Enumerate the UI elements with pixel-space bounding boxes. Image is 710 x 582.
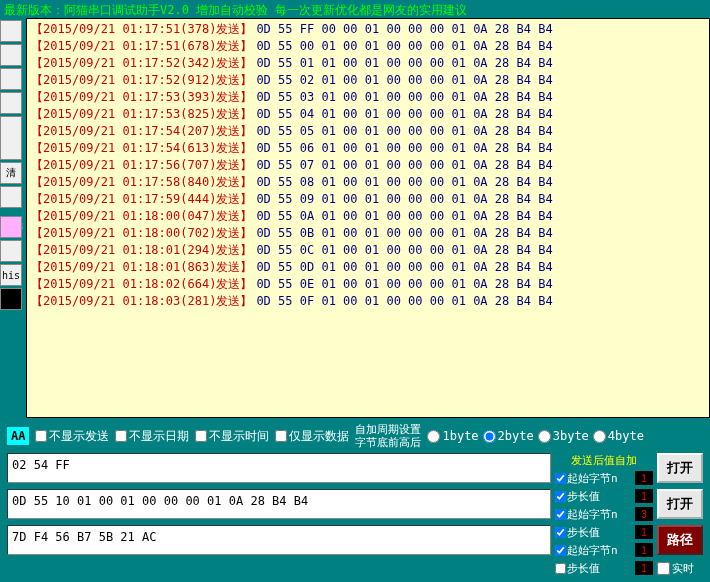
left-button-pink[interactable] (0, 216, 22, 238)
log-line: 【2015/09/21 01:17:51(678)发送】0D 55 00 01 … (31, 38, 705, 55)
log-line: 【2015/09/21 01:17:54(613)发送】0D 55 06 01 … (31, 140, 705, 157)
checkbox-noshow-time[interactable]: 不显示时间 (195, 428, 269, 445)
left-button-5[interactable] (0, 116, 22, 160)
left-toolbar: 清 键字 his (0, 18, 26, 418)
radio-1byte[interactable]: 1byte (427, 429, 478, 443)
log-line: 【2015/09/21 01:17:58(840)发送】0D 55 08 01 … (31, 174, 705, 191)
cb-startbyte-2[interactable] (555, 509, 566, 520)
log-line: 【2015/09/21 01:17:53(393)发送】0D 55 03 01 … (31, 89, 705, 106)
step-val-1[interactable] (635, 489, 653, 503)
send-input-2[interactable] (7, 489, 551, 519)
log-line: 【2015/09/21 01:18:02(664)发送】0D 55 0E 01 … (31, 276, 705, 293)
left-button-6[interactable] (0, 186, 22, 208)
log-line: 【2015/09/21 01:17:53(825)发送】0D 55 04 01 … (31, 106, 705, 123)
period-label: 自加周期设置 字节底前高后 (355, 423, 421, 449)
log-line: 【2015/09/21 01:17:54(207)发送】0D 55 05 01 … (31, 123, 705, 140)
radio-4byte[interactable]: 4byte (593, 429, 644, 443)
send-input-1[interactable] (7, 453, 551, 483)
realtime-checkbox[interactable]: 实时 (657, 561, 703, 576)
open-button-2[interactable]: 打开 (657, 489, 703, 519)
checkbox-noshow-date[interactable]: 不显示日期 (115, 428, 189, 445)
radio-2byte[interactable]: 2byte (483, 429, 534, 443)
step-val-3[interactable] (635, 561, 653, 575)
aa-label: AA (7, 427, 29, 445)
left-button-3[interactable] (0, 68, 22, 90)
log-line: 【2015/09/21 01:17:52(912)发送】0D 55 02 01 … (31, 72, 705, 89)
log-line: 【2015/09/21 01:17:59(444)发送】0D 55 09 01 … (31, 191, 705, 208)
left-button-7[interactable] (0, 240, 22, 262)
log-line: 【2015/09/21 01:18:00(702)发送】0D 55 0B 01 … (31, 225, 705, 242)
log-line: 【2015/09/21 01:17:52(342)发送】0D 55 01 01 … (31, 55, 705, 72)
step-val-2[interactable] (635, 525, 653, 539)
left-button-4[interactable] (0, 92, 22, 114)
history-button[interactable]: his (0, 264, 22, 286)
auto-increment-title: 发送后值自加 (555, 453, 653, 468)
open-button-1[interactable]: 打开 (657, 453, 703, 483)
send-input-3[interactable] (7, 525, 551, 555)
log-line: 【2015/09/21 01:18:01(863)发送】0D 55 0D 01 … (31, 259, 705, 276)
cb-step-2[interactable] (555, 527, 566, 538)
log-line: 【2015/09/21 01:18:01(294)发送】0D 55 0C 01 … (31, 242, 705, 259)
left-button-black[interactable] (0, 288, 22, 310)
log-line: 【2015/09/21 01:18:03(281)发送】0D 55 0F 01 … (31, 293, 705, 310)
startbyte-val-3[interactable] (635, 543, 653, 557)
radio-3byte[interactable]: 3byte (538, 429, 589, 443)
startbyte-val-2[interactable] (635, 507, 653, 521)
path-button[interactable]: 路径 (657, 525, 703, 555)
cb-startbyte-1[interactable] (555, 473, 566, 484)
log-line: 【2015/09/21 01:17:56(707)发送】0D 55 07 01 … (31, 157, 705, 174)
clear-button[interactable]: 清 (0, 162, 22, 184)
cb-step-1[interactable] (555, 491, 566, 502)
version-banner: 最新版本：阿猫串口调试助手V2.0 增加自动校验 每一次更新优化都是网友的实用建… (0, 0, 710, 18)
keyword-label: 键字 (0, 210, 26, 214)
startbyte-val-1[interactable] (635, 471, 653, 485)
cb-step-3[interactable] (555, 563, 566, 574)
checkbox-only-data[interactable]: 仅显示数据 (275, 428, 349, 445)
auto-increment-panel: 发送后值自加 起始字节n 步长值 起始字节n 步长值 起始字节n 步长值 (555, 453, 653, 576)
cb-startbyte-3[interactable] (555, 545, 566, 556)
checkbox-noshow-send[interactable]: 不显示发送 (35, 428, 109, 445)
log-line: 【2015/09/21 01:17:51(378)发送】0D 55 FF 00 … (31, 21, 705, 38)
left-button-2[interactable] (0, 44, 22, 66)
left-button-1[interactable] (0, 20, 22, 42)
log-output[interactable]: 【2015/09/21 01:17:51(378)发送】0D 55 FF 00 … (26, 18, 710, 418)
log-line: 【2015/09/21 01:18:00(047)发送】0D 55 0A 01 … (31, 208, 705, 225)
